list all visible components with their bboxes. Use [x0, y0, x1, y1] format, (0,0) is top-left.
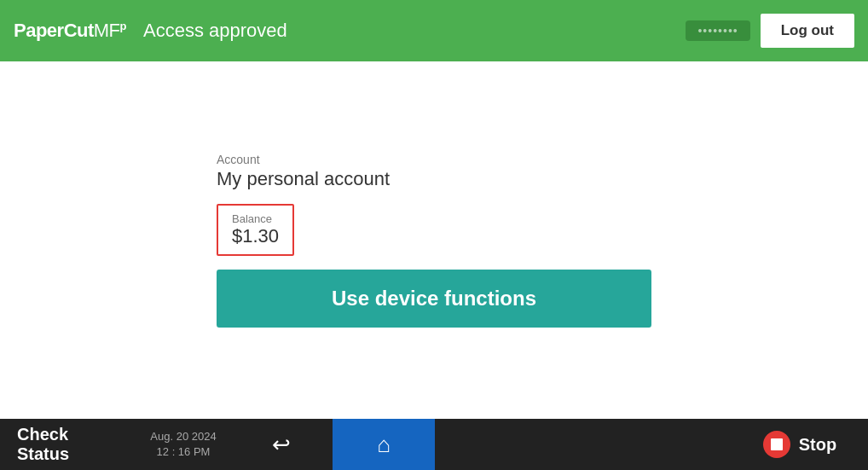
- home-button[interactable]: ⌂: [333, 419, 435, 470]
- logout-button[interactable]: Log out: [761, 14, 854, 48]
- check-status-label: Check Status: [0, 425, 136, 464]
- header: PaperCutMFp Access approved •••••••• Log…: [0, 0, 868, 61]
- main-content: Account My personal account Balance $1.3…: [0, 61, 868, 419]
- back-icon: ↩: [272, 432, 291, 458]
- date-display: Aug. 20 2024: [150, 429, 216, 444]
- account-label: Account: [217, 153, 390, 166]
- papercut-logo: PaperCutMFp: [14, 20, 126, 42]
- use-device-button[interactable]: Use device functions: [217, 270, 651, 328]
- logo-area: PaperCutMFp Access approved: [14, 20, 686, 42]
- account-name: My personal account: [217, 168, 390, 190]
- balance-label: Balance: [232, 212, 279, 225]
- footer: Check Status Aug. 20 2024 12 : 16 PM ↩ ⌂…: [0, 419, 868, 470]
- balance-value: $1.30: [232, 225, 279, 247]
- balance-box: Balance $1.30: [217, 204, 294, 256]
- datetime-display: Aug. 20 2024 12 : 16 PM: [136, 429, 230, 460]
- home-icon: ⌂: [377, 432, 391, 458]
- back-button[interactable]: ↩: [230, 432, 333, 458]
- stop-area[interactable]: Stop: [732, 431, 868, 458]
- account-section: Account My personal account: [217, 153, 390, 190]
- stop-icon-inner: [771, 438, 783, 450]
- user-badge: ••••••••: [686, 20, 749, 41]
- content-card: Account My personal account Balance $1.3…: [217, 153, 651, 328]
- stop-icon: [763, 431, 790, 458]
- time-display: 12 : 16 PM: [157, 444, 211, 460]
- access-status: Access approved: [143, 20, 287, 42]
- logo-mf: MF: [94, 20, 120, 41]
- logo-sup: p: [120, 20, 126, 32]
- stop-label: Stop: [799, 435, 836, 455]
